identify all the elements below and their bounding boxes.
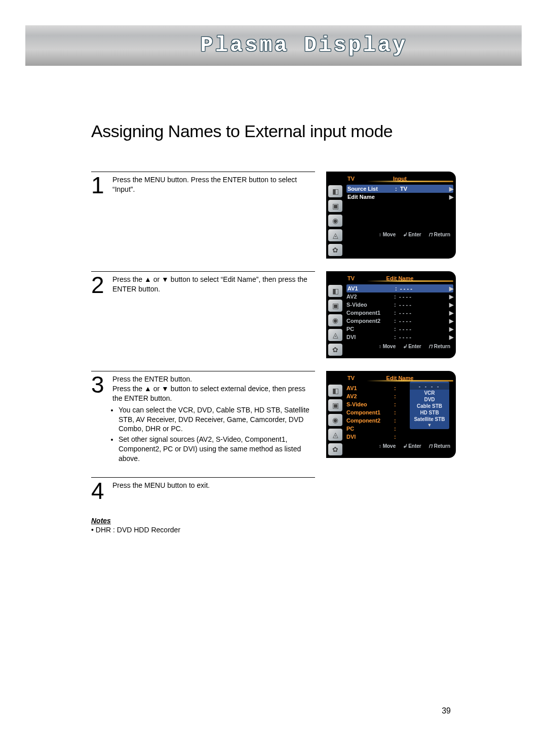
step-1-text: Press the MENU button. Press the ENTER b… (112, 175, 315, 196)
return-icon: ⊓ (428, 443, 433, 449)
notes-title: Notes (91, 517, 111, 525)
osd-edit-name-popup: ◧ ▣ ◉ ◬ ✿ TV Edit Name AV1: AV2: S-V (326, 371, 456, 458)
osd2-row-component2[interactable]: Component2:- - - -▶ (346, 317, 453, 325)
osd1-row-source-list[interactable]: Source List : TV ▶ (346, 185, 453, 193)
return-icon: ⊓ (428, 344, 433, 349)
chevron-right-icon: ▶ (449, 194, 453, 200)
step-4-text: Press the MENU button to exit. (112, 481, 210, 501)
step-2-text: Press the ▲ or ▼ button to select “Edit … (112, 275, 315, 296)
osd2-row-svideo[interactable]: S-Video:- - - -▶ (346, 301, 453, 309)
chevron-right-icon: ▶ (449, 293, 453, 300)
device-name-popup: - - - - VCR DVD Cable STB HD STB Satelli… (410, 382, 449, 429)
enter-icon: ↲ (403, 344, 407, 349)
input-category-icon: ◧ (328, 285, 342, 297)
osd1-row-edit-name[interactable]: Edit Name ▶ (346, 193, 453, 201)
move-icon: ↕ (379, 232, 381, 237)
enter-icon: ↲ (403, 232, 407, 237)
input-category-icon: ◧ (328, 385, 342, 397)
osd-input-menu: ◧ ▣ ◉ ◬ ✿ TV Input Source List (326, 172, 456, 259)
sound-category-icon: ◉ (328, 215, 342, 227)
banner-title: Plasma Display (201, 33, 408, 58)
sound-category-icon: ◉ (328, 314, 342, 326)
osd2-footer: ↕Move ↲Enter ⊓Return (346, 341, 453, 350)
page-banner: Plasma Display (25, 25, 522, 66)
step-4: 4 Press the MENU button to exit. (91, 477, 456, 501)
osd2-row-component1[interactable]: Component1:- - - -▶ (346, 309, 453, 317)
picture-category-icon: ▣ (328, 300, 342, 312)
popup-item-hd-stb[interactable]: HD STB (410, 409, 449, 416)
step-1-number: 1 (91, 175, 107, 196)
move-icon: ↕ (379, 344, 381, 349)
step-3-text: Press the ENTER button. Press the ▲ or ▼… (112, 374, 315, 465)
chevron-right-icon: ▶ (449, 186, 453, 192)
osd3-footer: ↕Move ↲Enter ⊓Return (346, 441, 453, 450)
popup-item-satellite-stb[interactable]: Satellite STB (410, 416, 449, 423)
chevron-right-icon: ▶ (449, 334, 453, 341)
step-2: 2 Press the ▲ or ▼ button to select “Edi… (91, 271, 456, 358)
input-category-icon: ◧ (328, 185, 342, 197)
move-icon: ↕ (379, 443, 381, 449)
osd3-row-dvi[interactable]: DVI: (346, 433, 453, 441)
osd2-row-av1[interactable]: AV1:- - - -▶ (346, 284, 453, 292)
channel-category-icon: ◬ (328, 229, 342, 241)
chevron-right-icon: ▶ (449, 326, 453, 332)
osd1-source: TV (347, 176, 355, 182)
title-underline (367, 280, 453, 282)
enter-icon: ↲ (403, 443, 407, 449)
chevron-right-icon: ▶ (449, 285, 453, 292)
popup-item-cable-stb[interactable]: Cable STB (410, 403, 449, 409)
notes-section: Notes • DHR : DVD HDD Recorder (91, 517, 456, 534)
step-3: 3 Press the ENTER button. Press the ▲ or… (91, 371, 456, 465)
osd-edit-name-list: ◧ ▣ ◉ ◬ ✿ TV Edit Name AV1:- - - -▶ (326, 271, 456, 358)
popup-item-vcr[interactable]: VCR (410, 390, 449, 396)
osd1-footer: ↕Move ↲Enter ⊓Return (346, 229, 453, 238)
chevron-right-icon: ▶ (449, 310, 453, 316)
osd2-row-av2[interactable]: AV2:- - - -▶ (346, 292, 453, 301)
sound-category-icon: ◉ (328, 414, 342, 426)
setup-category-icon: ✿ (328, 244, 342, 256)
return-icon: ⊓ (428, 232, 433, 237)
notes-item-1: DHR : DVD HDD Recorder (96, 526, 180, 534)
popup-item-none[interactable]: - - - - (410, 383, 449, 390)
page-title: Assigning Names to External input mode (91, 121, 456, 141)
page-number: 39 (442, 706, 451, 716)
step-4-number: 4 (91, 481, 107, 501)
step-1: 1 Press the MENU button. Press the ENTER… (91, 172, 456, 259)
step-3-number: 3 (91, 374, 107, 465)
popup-item-dvd[interactable]: DVD (410, 396, 449, 403)
channel-category-icon: ◬ (328, 329, 342, 341)
picture-category-icon: ▣ (328, 200, 342, 212)
step-2-number: 2 (91, 275, 107, 296)
setup-category-icon: ✿ (328, 344, 342, 356)
osd2-source: TV (347, 275, 355, 281)
channel-category-icon: ◬ (328, 429, 342, 441)
setup-category-icon: ✿ (328, 443, 342, 455)
chevron-right-icon: ▶ (449, 318, 453, 324)
picture-category-icon: ▣ (328, 399, 342, 411)
osd3-source: TV (347, 375, 355, 381)
osd2-row-dvi[interactable]: DVI:- - - -▶ (346, 333, 453, 341)
chevron-right-icon: ▶ (449, 302, 453, 308)
osd2-row-pc[interactable]: PC:- - - -▶ (346, 325, 453, 333)
chevron-down-icon[interactable]: ▼ (410, 423, 449, 428)
title-underline (367, 181, 453, 182)
